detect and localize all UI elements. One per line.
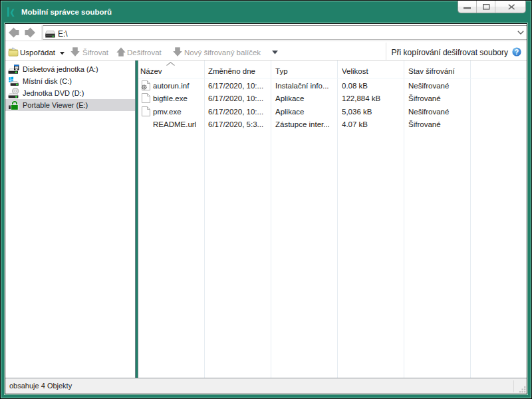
svg-text:?: ? <box>515 48 519 56</box>
